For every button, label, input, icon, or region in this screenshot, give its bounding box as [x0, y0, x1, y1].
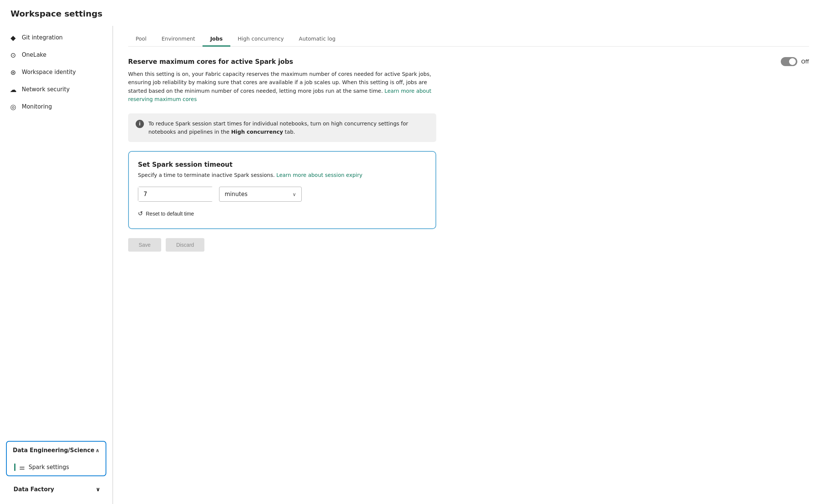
sidebar-item-label: OneLake [22, 51, 46, 58]
tab-pool[interactable]: Pool [128, 32, 154, 47]
data-engineering-group-header[interactable]: Data Engineering/Science ∧ [7, 442, 106, 459]
network-security-icon: ☁ [9, 85, 17, 94]
workspace-identity-icon: ⊛ [9, 68, 17, 76]
info-bold-text: High concurrency [231, 129, 283, 135]
tab-jobs[interactable]: Jobs [203, 32, 230, 47]
save-button[interactable]: Save [128, 238, 161, 252]
toggle-label: Off [801, 59, 809, 65]
sidebar-item-label: Workspace identity [22, 69, 76, 75]
tab-automatic-log[interactable]: Automatic log [291, 32, 343, 47]
git-integration-icon: ◆ [9, 33, 17, 42]
data-factory-group-header[interactable]: Data Factory ∨ [6, 481, 106, 498]
select-chevron-icon: ∨ [292, 192, 296, 197]
group-header-label: Data Engineering/Science [13, 447, 94, 454]
sidebar-item-workspace-identity[interactable]: ⊛ Workspace identity [0, 63, 112, 81]
monitoring-icon: ◎ [9, 103, 17, 111]
timeout-number-input-wrapper: ▲ ▼ [138, 187, 213, 202]
timeout-inputs: ▲ ▼ minutes ∨ [138, 187, 426, 202]
select-value: minutes [225, 191, 248, 198]
data-engineering-group: Data Engineering/Science ∧ ⚌ Spark setti… [6, 441, 106, 476]
info-icon: i [136, 120, 144, 128]
timeout-desc-text: Specify a time to terminate inactive Spa… [138, 172, 275, 178]
sidebar-item-git-integration[interactable]: ◆ Git integration [0, 29, 112, 46]
discard-button[interactable]: Discard [166, 238, 204, 252]
sidebar-item-onelake[interactable]: ⊙ OneLake [0, 46, 112, 63]
tab-high-concurrency[interactable]: High concurrency [230, 32, 292, 47]
content-area: Pool Environment Jobs High concurrency A… [113, 26, 824, 504]
sidebar-item-network-security[interactable]: ☁ Network security [0, 81, 112, 98]
tabs-bar: Pool Environment Jobs High concurrency A… [128, 32, 809, 47]
toggle-row: Off [781, 57, 809, 66]
timeout-unit-select[interactable]: minutes ∨ [219, 187, 302, 202]
info-message-end: tab. [283, 129, 295, 135]
session-timeout-card: Set Spark session timeout Specify a time… [128, 151, 436, 229]
sidebar-item-label: Monitoring [22, 103, 52, 110]
spark-settings-icon: ⚌ [19, 463, 25, 471]
reset-label: Reset to default time [146, 211, 194, 217]
footer-buttons: Save Discard [128, 238, 809, 252]
info-text: To reduce Spark session start times for … [148, 119, 429, 136]
sidebar: ◆ Git integration ⊙ OneLake ⊛ Workspace … [0, 26, 113, 504]
tab-environment[interactable]: Environment [154, 32, 203, 47]
sidebar-item-label: Git integration [22, 34, 63, 41]
chevron-up-icon: ∧ [95, 447, 100, 453]
reset-icon: ↺ [138, 210, 143, 217]
chevron-down-icon: ∨ [96, 486, 100, 493]
reserve-cores-toggle[interactable] [781, 57, 797, 66]
active-bar [14, 463, 15, 471]
reserve-cores-description: When this setting is on, your Fabric cap… [128, 70, 436, 104]
sidebar-item-label: Network security [22, 86, 70, 93]
timeout-value-input[interactable] [138, 187, 222, 201]
toggle-knob [789, 58, 796, 65]
reset-to-default-button[interactable]: ↺ Reset to default time [138, 208, 194, 219]
data-factory-label: Data Factory [14, 486, 54, 493]
sidebar-item-spark-settings[interactable]: ⚌ Spark settings [7, 459, 106, 475]
spark-settings-label: Spark settings [29, 464, 69, 471]
reserve-cores-title: Reserve maximum cores for active Spark j… [128, 58, 293, 65]
onelake-icon: ⊙ [9, 51, 17, 59]
timeout-title: Set Spark session timeout [138, 161, 426, 168]
timeout-description: Specify a time to terminate inactive Spa… [138, 171, 426, 179]
session-expiry-link-text[interactable]: Learn more about session expiry [277, 172, 363, 178]
info-box: i To reduce Spark session start times fo… [128, 113, 436, 142]
sidebar-item-monitoring[interactable]: ◎ Monitoring [0, 98, 112, 115]
page-title: Workspace settings [0, 9, 824, 26]
reserve-cores-section-header: Reserve maximum cores for active Spark j… [128, 57, 809, 66]
